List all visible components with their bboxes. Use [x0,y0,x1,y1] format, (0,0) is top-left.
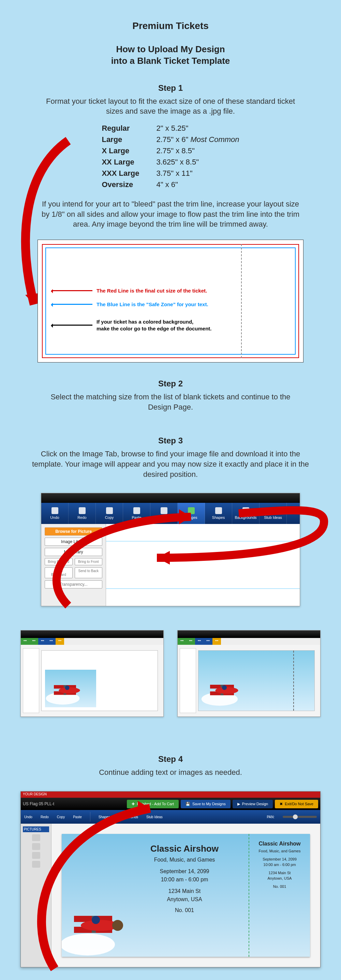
size-name: Large [102,134,139,145]
stub-ideas-tab[interactable]: Stub Ideas [146,815,163,819]
svg-point-7 [59,687,80,694]
redo-button[interactable]: Redo [68,503,96,524]
ticket-date: September 14, 2099 [130,869,239,875]
copy-button[interactable]: Copy [96,503,123,524]
size-dim: 3.75" x 11" [156,168,239,179]
size-table: Regular Large X Large XX Large XXX Large… [14,123,327,190]
bring-forward-button[interactable]: Bring Forward [45,558,73,565]
step3-heading: Step 3 [14,436,327,445]
paste-button[interactable]: Paste [123,503,151,524]
editor-screenshot: Undo Redo Copy Paste Delete Images Shape… [41,493,300,606]
biplane-icon [62,895,130,957]
step3-body: Click on the Image Tab, browse to find y… [14,449,327,479]
backgrounds-tab[interactable]: Backgrounds [232,503,260,524]
stub-time: 10:00 am - 6:00 pm [254,862,305,867]
bleed-note: If you intend for your art to "bleed" pa… [14,199,327,229]
sidebar-heading: PICTURES [23,826,49,832]
copy-button[interactable]: Copy [57,815,65,819]
layer-icon[interactable] [32,852,40,859]
stub-ideas-tab[interactable]: Stub Ideas [260,503,287,524]
finish-button[interactable]: ✚ Finished - Add To Cart [127,800,179,808]
zoom-slider[interactable] [283,816,317,818]
ticket-addr2: Anytown, USA [130,896,239,902]
bring-to-front-button[interactable]: Bring to Front [75,558,103,565]
send-to-back-button[interactable]: Send to Back [75,567,103,578]
subtitle-line-1: How to Upload My Design [116,44,225,54]
delete-button[interactable]: Delete [151,503,178,524]
paste-button[interactable]: Paste [73,815,82,819]
size-name: Regular [102,123,139,134]
size-name: Oversize [102,179,139,190]
biplane-icon [45,672,89,707]
size-name: X Large [102,145,139,156]
size-dim: 2.75" x 8.5" [156,145,239,156]
ticket-time: 10:00 am - 6:00 pm [130,877,239,883]
layer-icon[interactable] [32,861,40,868]
undo-button[interactable]: Undo [41,503,68,524]
svg-point-14 [222,686,227,690]
layer-icon[interactable] [32,843,40,850]
transparency-button[interactable]: Transparency... [45,580,102,589]
step1-heading: Step 1 [14,83,327,93]
svg-point-8 [65,686,70,690]
size-dim: 4" x 6" [156,179,239,190]
size-name: XX Large [102,156,139,168]
step1-body: Format your ticket layout to fit the exa… [14,96,327,116]
diag-red-label: The Red Line is the final cut size of th… [97,288,207,294]
ticket-number: No. 001 [130,907,239,913]
shapes-tab[interactable]: Shapes [205,503,232,524]
ticket-addr1: 1234 Main St [130,888,239,894]
image-side-panel: Browse for Picture Image Library My Libr… [41,524,106,606]
layer-icon[interactable] [32,834,40,841]
my-library-button[interactable]: My Library [45,548,102,556]
pan-label: PAN: [266,815,274,819]
ticket-title: Classic Airshow [130,843,239,854]
diag-blue-label: The Blue Line is the "Safe Zone" for you… [97,301,208,307]
stub-title: Classic Airshow [254,841,305,847]
subtitle-line-2: into a Blank Ticket Template [111,56,230,66]
preview-after: ••••••••••••••• [177,630,320,717]
stub-addr1: 1234 Main St [254,871,305,875]
stub-addr2: Anytown, USA [254,876,305,880]
stub-subtitle: Food, Music, and Games [254,849,305,853]
safe-zone-line [45,248,296,355]
svg-point-21 [112,920,123,931]
size-dim: 2" x 5.25" [156,123,239,134]
images-tab[interactable]: Images [178,503,205,524]
send-backward-button[interactable]: Send Backward [45,567,73,578]
size-name: XXX Large [102,168,139,179]
preview-before: ••••••••••••••• [21,630,164,717]
stub-number: No. 001 [254,885,305,889]
shapes-tab[interactable]: Shapes [98,815,110,819]
editor-large-screenshot: YOUR DESIGN US Flag 05 PLL-t ✚ Finished … [21,791,320,967]
svg-point-15 [62,934,115,955]
perforation-line [241,244,242,358]
ticket-preview: Classic Airshow Food, Music, and Games S… [62,834,310,957]
step2-body: Select the matching size from the list o… [14,392,327,412]
browse-picture-button[interactable]: Browse for Picture [45,527,102,536]
step2-heading: Step 2 [14,379,327,388]
diag-bg-label: If your ticket has a colored background,… [97,318,212,332]
undo-button[interactable]: Undo [24,815,32,819]
exit-button[interactable]: ✖ Exit/Do Not Save [275,800,318,808]
page-title: Premium Tickets [14,21,327,32]
biplane-icon [200,670,248,709]
size-dim: 3.625" x 8.5" [156,156,239,168]
file-label: US Flag 05 PLL-t [23,802,54,806]
image-library-button[interactable]: Image Library [45,538,102,546]
step4-body: Continue adding text or images as needed… [14,767,327,778]
svg-point-13 [215,687,238,694]
page-subtitle: How to Upload My Design into a Blank Tic… [14,44,327,67]
window-titlebar [41,493,300,503]
editor-canvas[interactable] [106,524,300,606]
svg-point-20 [92,916,100,924]
redo-button[interactable]: Redo [41,815,49,819]
stub-date: September 14, 2099 [254,857,305,861]
step4-heading: Step 4 [14,754,327,764]
save-designs-button[interactable]: 💾 Save to My Designs [181,800,230,808]
editor-toolbar: Undo Redo Copy Paste Delete Images Shape… [41,503,300,524]
preview-button[interactable]: ▶ Preview Design [233,800,273,808]
trim-diagram: The Red Line is the final cut size of th… [38,240,303,363]
ticket-subtitle: Food, Music, and Games [130,857,239,863]
backgrounds-tab[interactable]: Backgrounds [118,815,138,819]
